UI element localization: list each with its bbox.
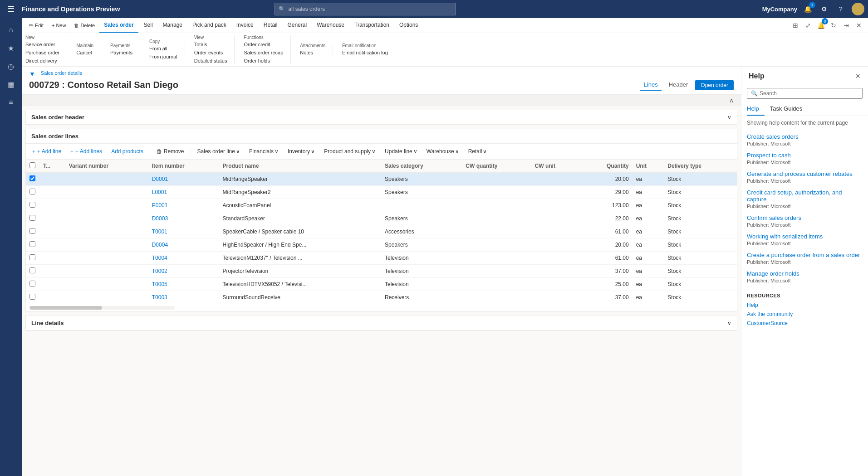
tab-pick-and-pack[interactable]: Pick and pack [188,18,231,33]
tab-warehouse[interactable]: Warehouse [312,18,349,33]
tab-sell[interactable]: Sell [139,18,157,33]
row-checkbox[interactable] [29,189,35,194]
ribbon-icon-grid[interactable]: ⊞ [790,20,801,31]
tab-options[interactable]: Options [395,18,422,33]
row-item-number[interactable]: T0002 [148,265,219,278]
service-order-link[interactable]: Service order [25,41,59,48]
col-product[interactable]: Product name [219,160,381,173]
table-row[interactable]: T0001 SpeakerCable / Speaker cable 10 Ac… [26,225,737,238]
ribbon-icon-refresh[interactable]: ↻ [828,20,839,31]
row-item-number[interactable]: T0004 [148,252,219,265]
table-row[interactable]: T0004 TelevisionM12037" / Television ...… [26,252,737,265]
row-checkbox[interactable] [29,267,35,273]
notes-link[interactable]: Notes [300,49,313,56]
totals-link[interactable]: Totals [194,41,227,48]
row-checkbox-cell[interactable] [26,265,39,278]
row-item-number[interactable]: L0001 [148,186,219,199]
row-checkbox-cell[interactable] [26,186,39,199]
sidebar-favorites-icon[interactable]: ★ [3,40,19,56]
col-variant[interactable]: Variant number [65,160,148,173]
purchase-order-link[interactable]: Purchase order [25,49,59,56]
edit-button[interactable]: ✏ Edit [25,19,47,31]
row-checkbox[interactable] [29,281,35,287]
add-line-button[interactable]: + + Add line [29,146,64,156]
new-button[interactable]: + New [48,20,69,31]
row-checkbox-cell[interactable] [26,173,39,186]
help-search-input[interactable] [760,90,858,97]
row-item-number[interactable]: T0001 [148,225,219,238]
help-item-title[interactable]: Manage order holds [747,270,863,277]
col-delivery[interactable]: Delivery type [664,160,737,173]
col-unit[interactable]: Unit [633,160,664,173]
select-all-checkbox[interactable] [29,162,35,168]
sidebar-modules-icon[interactable]: ≡ [3,94,19,111]
tab-general[interactable]: General [283,18,311,33]
help-item-title[interactable]: Credit card setup, authorization, and ca… [747,189,863,203]
ribbon-icon-notification[interactable]: 🔔0 [815,20,826,31]
row-checkbox[interactable] [29,175,35,181]
tab-retail[interactable]: Retail [259,18,282,33]
payments-link[interactable]: Payments [110,49,132,56]
row-checkbox-cell[interactable] [26,278,39,291]
help-button[interactable]: ? [835,4,846,15]
notifications-button[interactable]: 🔔 1 [803,4,814,15]
row-checkbox[interactable] [29,228,35,234]
ribbon-icon-expand[interactable]: ⤢ [803,20,814,31]
table-row[interactable]: T0002 ProjectorTelevision Television 37.… [26,265,737,278]
table-row[interactable]: T0003 SurroundSoundReceive Receivers 37.… [26,291,737,304]
row-checkbox[interactable] [29,294,35,300]
breadcrumb[interactable]: Sales order details [41,70,82,76]
sidebar-recent-icon[interactable]: ◷ [3,58,19,74]
table-row[interactable]: L0001 MidRangeSpeaker2 Speakers 29.00 ea… [26,186,737,199]
help-tab-task-guides[interactable]: Task Guides [770,102,808,116]
table-row[interactable]: P0001 AcousticFoamPanel 123.00 ea Stock [26,199,737,212]
order-credit-link[interactable]: Order credit [244,41,283,48]
global-search-input[interactable] [288,6,452,12]
col-t[interactable]: T... [39,160,65,173]
sidebar-home-icon[interactable]: ⌂ [3,22,19,38]
remove-button[interactable]: 🗑 Remove [154,146,187,156]
detailed-status-link[interactable]: Detailed status [194,57,227,64]
tab-manage[interactable]: Manage [158,18,187,33]
delete-button[interactable]: 🗑 Delete [70,20,98,31]
col-cw-unit[interactable]: CW unit [531,160,581,173]
sales-order-header-toggle[interactable]: Sales order header ∨ [26,110,737,125]
tab-sales-order[interactable]: Sales order [99,18,138,33]
help-close-button[interactable]: ✕ [855,73,861,80]
settings-button[interactable]: ⚙ [819,4,830,15]
from-journal-link[interactable]: From journal [149,53,177,60]
row-item-number[interactable]: T0003 [148,291,219,304]
email-notification-log-link[interactable]: Email notification log [342,49,388,56]
cancel-link[interactable]: Cancel [76,49,92,56]
col-cw-qty[interactable]: CW quantity [462,160,531,173]
resource-customersource-link[interactable]: CustomerSource [747,320,863,326]
order-events-link[interactable]: Order events [194,49,227,56]
from-all-link[interactable]: From all [149,45,177,52]
col-category[interactable]: Sales category [381,160,462,173]
page-tab-lines[interactable]: Lines [640,79,662,91]
collapse-sections-button[interactable]: ∧ [729,97,734,104]
avatar[interactable] [852,3,864,15]
resource-community-link[interactable]: Ask the community [747,311,863,317]
open-order-badge[interactable]: Open order [695,80,734,90]
row-checkbox-cell[interactable] [26,225,39,238]
row-checkbox-cell[interactable] [26,291,39,304]
tab-transportation[interactable]: Transportation [350,18,394,33]
help-item-title[interactable]: Create sales orders [747,133,863,140]
add-products-button[interactable]: Add products [108,146,146,156]
table-row[interactable]: D0001 MidRangeSpeaker Speakers 20.00 ea … [26,173,737,186]
table-row[interactable]: D0003 StandardSpeaker Speakers 22.00 ea … [26,212,737,225]
warehouse-dropdown[interactable]: Warehouse ∨ [424,146,462,156]
row-item-number[interactable]: D0004 [148,238,219,252]
retail-dropdown[interactable]: Retail ∨ [466,146,490,156]
table-row[interactable]: T0005 TelevisionHDTVX59052 / Televisi...… [26,278,737,291]
product-and-supply-dropdown[interactable]: Product and supply ∨ [321,146,378,156]
sales-order-recap-link[interactable]: Sales order recap [244,49,283,56]
row-item-number[interactable]: P0001 [148,199,219,212]
inventory-dropdown[interactable]: Inventory ∨ [285,146,318,156]
help-item-title[interactable]: Create a purchase order from a sales ord… [747,252,863,258]
row-checkbox[interactable] [29,215,35,221]
help-item-title[interactable]: Prospect to cash [747,152,863,159]
order-holds-link[interactable]: Order holds [244,57,283,64]
tab-invoice[interactable]: Invoice [232,18,258,33]
